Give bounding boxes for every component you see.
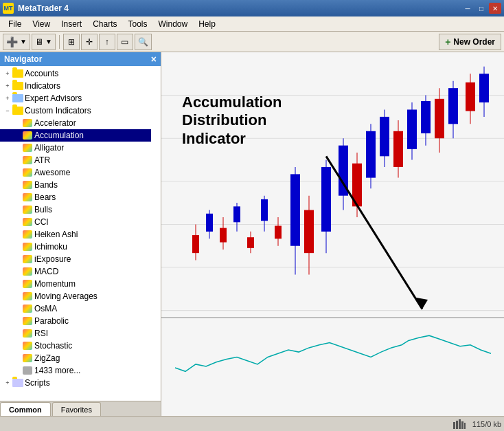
heiken-ashi-icon (22, 229, 33, 240)
stochastic-icon (22, 340, 33, 351)
expand-indicators-icon[interactable]: + (3, 81, 12, 91)
annotation-line2: Distribution (182, 111, 282, 129)
nav-item-iexposure[interactable]: iExposure (0, 253, 151, 265)
close-button[interactable]: ✕ (489, 3, 501, 14)
nav-item-accelerator[interactable]: Accelerator (0, 117, 151, 129)
expand-ea-icon[interactable]: + (3, 93, 12, 103)
new-order-button[interactable]: + New Order (439, 34, 501, 50)
nav-item-osma[interactable]: OsMA (0, 302, 151, 315)
menu-insert[interactable]: Insert (56, 18, 87, 30)
navigator-content[interactable]: + Accounts + Indicators + (0, 66, 161, 401)
svg-rect-53 (456, 421, 458, 429)
scripts-label: Scripts (25, 378, 50, 388)
toolbar-btn-1[interactable]: ➕ ▼ (3, 34, 30, 50)
svg-rect-21 (275, 226, 282, 239)
parabolic-label: Parabolic (34, 316, 69, 326)
nav-item-alligator[interactable]: Alligator (0, 142, 151, 154)
svg-rect-39 (407, 109, 417, 148)
menu-charts[interactable]: Charts (87, 18, 122, 30)
annotation-line1: Accumulation (182, 93, 282, 111)
svg-rect-35 (380, 117, 389, 156)
toolbar-btn-3[interactable]: ⊞ (63, 34, 80, 50)
svg-rect-47 (466, 82, 475, 111)
svg-rect-27 (321, 167, 331, 232)
nav-item-macd[interactable]: MACD (0, 265, 151, 278)
expand-scripts-icon[interactable]: + (3, 378, 12, 388)
toolbar-btn-7[interactable]: 🔍 (135, 34, 152, 50)
nav-item-momentum[interactable]: Momentum (0, 278, 151, 290)
nav-item-bulls[interactable]: Bulls (0, 203, 151, 216)
expand-accounts-icon[interactable]: + (3, 69, 12, 78)
nav-item-accounts[interactable]: + Accounts (0, 67, 151, 80)
nav-item-more[interactable]: 1433 more... (0, 364, 151, 377)
osma-label: OsMA (34, 304, 57, 313)
tab-favorites[interactable]: Favorites (52, 402, 101, 416)
nav-item-rsi[interactable]: RSI (0, 327, 151, 340)
nav-item-zigzag[interactable]: ZigZag (0, 352, 151, 364)
accumulation-label: Accumulation (34, 131, 84, 140)
cci-label: CCI (34, 217, 49, 227)
toolbar-btn-6[interactable]: ▭ (117, 34, 133, 50)
svg-rect-41 (421, 101, 431, 133)
navigator-close-button[interactable]: × (151, 54, 157, 65)
svg-rect-19 (261, 199, 268, 221)
nav-item-heiken-ashi[interactable]: Heiken Ashi (0, 228, 151, 241)
more-label: 1433 more... (34, 366, 80, 375)
momentum-icon (22, 278, 33, 289)
main-content: Navigator × + Accounts + (0, 52, 504, 416)
menu-view[interactable]: View (27, 18, 56, 30)
toolbar: ➕ ▼ 🖥 ▼ ⊞ ✛ ↑ ▭ 🔍 + New Order (0, 32, 504, 52)
zigzag-icon (22, 353, 33, 364)
nav-item-atr[interactable]: ATR (0, 154, 151, 166)
svg-rect-11 (206, 214, 213, 232)
nav-item-custom-indicators[interactable]: − Custom Indicators (0, 104, 151, 117)
nav-item-ichimoku[interactable]: Ichimoku (0, 241, 151, 253)
nav-item-accumulation[interactable]: Accumulation (0, 129, 151, 142)
svg-rect-9 (192, 235, 199, 253)
nav-item-stochastic[interactable]: Stochastic (0, 340, 151, 352)
minimize-button[interactable]: ─ (461, 3, 474, 14)
nav-item-awesome[interactable]: Awesome (0, 166, 151, 179)
svg-rect-23 (290, 174, 300, 245)
accounts-label: Accounts (25, 69, 58, 78)
accelerator-icon (22, 118, 33, 129)
awesome-label: Awesome (34, 168, 70, 177)
toolbar-btn-5[interactable]: ↑ (99, 34, 115, 50)
moving-averages-icon (22, 291, 33, 302)
nav-item-parabolic[interactable]: Parabolic (0, 315, 151, 327)
nav-item-bears[interactable]: Bears (0, 191, 151, 203)
zigzag-label: ZigZag (34, 353, 60, 363)
bears-icon (22, 192, 33, 203)
maximize-button[interactable]: □ (475, 3, 488, 14)
svg-rect-37 (393, 131, 403, 167)
tab-common[interactable]: Common (0, 402, 51, 416)
chart-bars-icon (453, 419, 466, 429)
nav-item-scripts[interactable]: + Scripts (0, 377, 151, 389)
ea-folder-icon (12, 93, 23, 104)
navigator-tabs: Common Favorites (0, 401, 161, 416)
svg-rect-43 (435, 99, 444, 138)
parabolic-icon (22, 316, 33, 327)
svg-rect-49 (479, 74, 489, 102)
custom-indicators-label: Custom Indicators (25, 106, 91, 115)
app-title: MetaTrader 4 (18, 3, 69, 13)
menu-window[interactable]: Window (153, 18, 194, 30)
menu-help[interactable]: Help (193, 18, 221, 30)
nav-item-moving-averages[interactable]: Moving Averages (0, 290, 151, 302)
bulls-icon (22, 204, 33, 215)
nav-item-expert-advisors[interactable]: + Expert Advisors (0, 92, 151, 104)
nav-item-cci[interactable]: CCI (0, 216, 151, 228)
ichimoku-label: Ichimoku (34, 242, 67, 252)
toolbar-btn-4[interactable]: ✛ (81, 34, 98, 50)
accumulation-icon (22, 130, 33, 141)
nav-item-bands[interactable]: Bands (0, 179, 151, 191)
rsi-label: RSI (34, 329, 48, 338)
annotation-text: Accumulation Distribution Indicator (182, 93, 282, 148)
menu-file[interactable]: File (3, 18, 27, 30)
nav-item-indicators[interactable]: + Indicators (0, 80, 151, 92)
toolbar-btn-2[interactable]: 🖥 ▼ (32, 34, 56, 50)
menu-tools[interactable]: Tools (123, 18, 153, 30)
expand-custom-icon[interactable]: − (3, 106, 12, 115)
svg-marker-51 (415, 298, 428, 309)
rsi-icon (22, 328, 33, 339)
